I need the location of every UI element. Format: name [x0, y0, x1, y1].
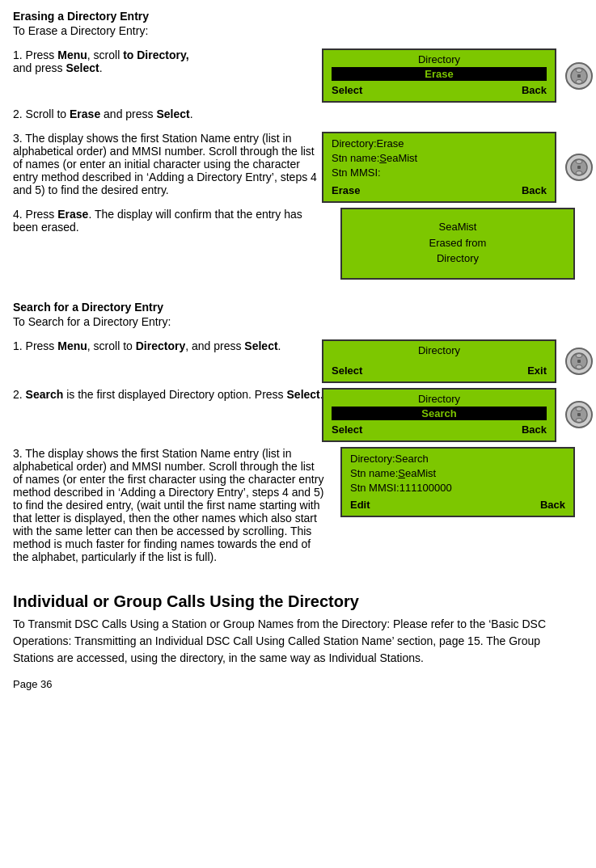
search-s3-line1: Directory:Search [350, 452, 565, 466]
s-step1-press: , and press [185, 339, 244, 352]
search-s2-actions: Select Back [332, 423, 547, 436]
erase-s2-body: Directory:Erase Stn name:SeaMist Stn MMS… [332, 137, 547, 181]
search-s3-name-pre: Stn name: [350, 467, 398, 479]
erase-screen3: SeaMist Erased from Directory [340, 208, 575, 280]
search-s3-actions: Edit Back [350, 499, 565, 511]
erase-s2-actions: Erase Back [332, 184, 547, 196]
erase-step4: 4. Press Erase. The display will confirm… [13, 208, 324, 234]
erase-step2-text: 2. Scroll to Erase and press Select. [13, 107, 332, 127]
svg-rect-19 [577, 413, 581, 416]
search-screen3: Directory:Search Stn name:SeaMist Stn MM… [340, 447, 575, 518]
search-s3-name-under: S [398, 467, 405, 479]
erase-s3-line2: Erased from [353, 235, 562, 251]
search-screen1: Directory Select Exit [322, 339, 556, 383]
search-screen2-wrap: Directory Search Select Back [322, 388, 594, 442]
search-s3-line3: Stn MMSI:111100000 [350, 481, 565, 495]
individual-para: To Transmit DSC Calls Using a Station or… [13, 616, 583, 667]
knob-icon-2 [564, 153, 594, 182]
page-number: Page 36 [13, 678, 583, 690]
step4-pre: 4. Press [13, 208, 57, 221]
erase-s2-name-under: S [379, 152, 387, 164]
spacer3 [13, 575, 583, 583]
search-subtitle: To Search for a Directory Entry: [13, 315, 324, 328]
search-section-title: Search for a Directory Entry [13, 301, 324, 314]
erase-s1-highlight: Erase [332, 67, 547, 81]
step2-pre: 2. Scroll to [13, 107, 70, 120]
step4-erase: Erase [57, 208, 88, 221]
search-s1-select: Select [332, 364, 362, 377]
step3-text: 3. The display shows the first Station N… [13, 132, 317, 196]
search-step1-text: 1. Press Menu, scroll to Directory, and … [13, 339, 332, 359]
svg-point-17 [576, 407, 582, 411]
erase-step3: 3. The display shows the first Station N… [13, 132, 324, 196]
erase-step4-right: SeaMist Erased from Directory [332, 208, 583, 280]
svg-point-8 [576, 171, 582, 175]
erase-title-col: Erasing a Directory Entry To Erase a Dir… [13, 10, 332, 44]
search-screen2: Directory Search Select Back [322, 388, 556, 442]
search-step2-row: 2. Search is the first displayed Directo… [13, 388, 583, 442]
search-s2-select: Select [332, 423, 362, 436]
erase-step1-row: 1. Press Menu, scroll to Directory, and … [13, 48, 583, 103]
erase-step2-row: 2. Scroll to Erase and press Select. [13, 107, 583, 127]
svg-point-13 [576, 364, 582, 369]
s-step3-text: 3. The display shows the first Station N… [13, 447, 323, 563]
search-step2-text: 2. Search is the first displayed Directo… [13, 388, 332, 407]
search-step2-right: Directory Search Select Back [332, 388, 583, 442]
svg-point-3 [576, 79, 582, 83]
s-step2-cont: is the first displayed Directory option.… [63, 388, 286, 401]
search-step1: 1. Press Menu, scroll to Directory, and … [13, 339, 324, 352]
erase-step3-row: 3. The display shows the first Station N… [13, 132, 583, 203]
svg-point-7 [576, 159, 582, 163]
search-s1-exit: Exit [527, 364, 547, 377]
step2-select: Select [156, 107, 189, 120]
search-title-col: Search for a Directory Entry To Search f… [13, 301, 332, 335]
svg-rect-9 [577, 166, 581, 169]
s-step1-menu: Menu [57, 339, 87, 352]
search-s1-actions: Select Exit [332, 364, 547, 377]
search-s3-back: Back [540, 499, 565, 511]
s-step1-dir: Directory [136, 339, 185, 352]
page-content: Erasing a Directory Entry To Erase a Dir… [13, 10, 583, 690]
erase-step3-text: 3. The display shows the first Station N… [13, 132, 332, 203]
search-step3-text: 3. The display shows the first Station N… [13, 447, 332, 570]
knob-icon-4 [564, 400, 594, 429]
erase-s2-line3: Stn MMSI: [332, 166, 547, 180]
search-s1-title: Directory [332, 344, 547, 356]
erase-subtitle: To Erase a Directory Entry: [13, 24, 324, 37]
erase-screen2-wrap: Directory:Erase Stn name:SeaMist Stn MMS… [322, 132, 594, 203]
search-step3-row: 3. The display shows the first Station N… [13, 447, 583, 570]
search-step1-right: Directory Select Exit [332, 339, 583, 383]
knob-icon-3 [564, 347, 594, 376]
search-s3-name-post: eaMist [405, 467, 436, 479]
svg-point-12 [576, 353, 582, 357]
search-step2: 2. Search is the first displayed Directo… [13, 388, 324, 401]
step1-pre: 1. Press [13, 48, 57, 61]
erase-s2-line2: Stn name:SeaMist [332, 151, 547, 166]
s-step1-select: Select [244, 339, 277, 352]
erase-s2-back: Back [522, 184, 547, 196]
erase-title-text: Erasing a Directory Entry [13, 10, 149, 23]
search-s3-edit: Edit [350, 499, 370, 511]
erase-s1-title: Directory [332, 53, 547, 65]
spacer1 [13, 284, 583, 293]
erase-s1-actions: Select Back [332, 84, 547, 96]
search-step3: 3. The display shows the first Station N… [13, 447, 324, 563]
search-step1-row: 1. Press Menu, scroll to Directory, and … [13, 339, 583, 383]
erase-step1: 1. Press Menu, scroll to Directory, and … [13, 48, 324, 74]
s-step1-pre: 1. Press [13, 339, 57, 352]
erase-s2-name-pre: Stn name: [332, 152, 379, 164]
svg-rect-4 [577, 74, 581, 78]
erase-section-title: Erasing a Directory Entry [13, 10, 324, 23]
svg-point-18 [576, 419, 582, 423]
search-title-text: Search for a Directory Entry [13, 301, 163, 314]
erase-step3-right: Directory:Erase Stn name:SeaMist Stn MMS… [332, 132, 583, 203]
erase-s3-body: SeaMist Erased from Directory [350, 213, 565, 273]
step1-directory: to Directory, [123, 48, 188, 61]
erase-step1-text: 1. Press Menu, scroll to Directory, and … [13, 48, 332, 81]
erase-step1-right: Directory Erase Select Back [332, 48, 583, 103]
s-step1-end: . [278, 339, 281, 352]
search-step3-right: Directory:Search Stn name:SeaMist Stn MM… [332, 447, 583, 518]
step2-end: . [190, 107, 193, 120]
erase-step2: 2. Scroll to Erase and press Select. [13, 107, 324, 120]
erase-section-header: Erasing a Directory Entry To Erase a Dir… [13, 10, 583, 44]
